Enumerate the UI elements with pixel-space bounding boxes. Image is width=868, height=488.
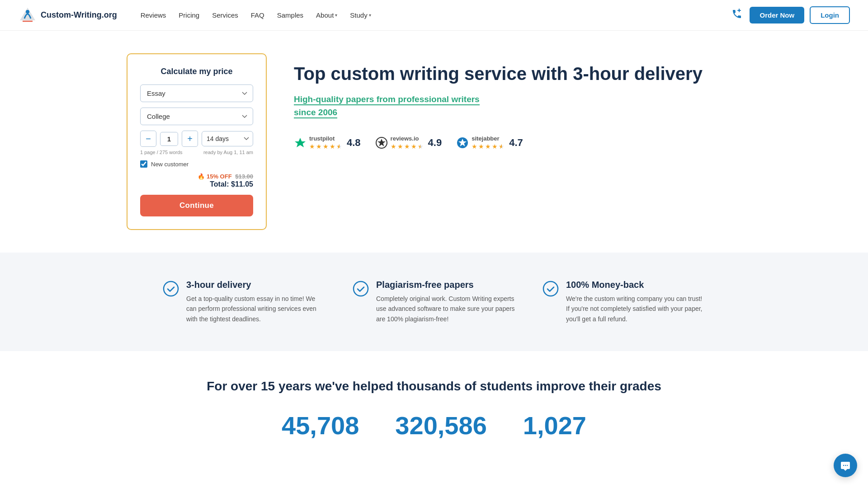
trustpilot-stars: ★ ★ ★ ★ ★★ [309,143,342,150]
quantity-decrease-button[interactable]: − [140,131,156,147]
feature-moneyback-content: 100% Money-back We're the custom writing… [566,280,705,324]
svg-marker-2 [295,138,306,147]
nav-services[interactable]: Services [207,8,244,23]
sitejabber-name: sitejabber [472,135,505,142]
feature-moneyback-desc: We're the custom writing company you can… [566,294,705,324]
reviewsio-logo: reviews.io ★ ★ ★ ★ ★★ [375,135,424,150]
hero-subtitle-text: High-quality papers from professional wr… [294,94,480,105]
stats-section: For over 15 years we've helped thousands… [0,351,868,451]
stat-number-3: 1,027 [523,413,586,438]
deadline-select[interactable]: 3 hours 6 hours 12 hours 1 day 2 days 3 … [202,131,253,146]
feature-delivery-title: 3-hour delivery [186,280,326,290]
calculator-widget: Calculate my price Essay Research Paper … [127,53,267,230]
trustpilot-logo: trustpilot ★ ★ ★ ★ ★★ [294,135,342,150]
new-customer-row: New customer [140,160,253,168]
calculator-title: Calculate my price [140,67,253,76]
feature-moneyback: 100% Money-back We're the custom writing… [542,280,705,324]
feature-plagiarism: Plagiarism-free papers Completely origin… [353,280,515,324]
reviewsio-rating: reviews.io ★ ★ ★ ★ ★★ 4.9 [375,135,442,150]
feature-delivery-desc: Get a top-quality custom essay in no tim… [186,294,326,324]
essay-type-select[interactable]: Essay Research Paper Coursework Term Pap… [140,84,253,102]
quantity-display: 1 [160,132,178,146]
navbar: Custom-Writing.org Reviews Pricing Servi… [0,0,868,31]
sitejabber-icon [456,136,469,149]
stat-number-2: 320,586 [395,413,486,438]
feature-delivery-content: 3-hour delivery Get a top-quality custom… [186,280,326,324]
trustpilot-rating: trustpilot ★ ★ ★ ★ ★★ 4.8 [294,135,361,150]
nav-samples[interactable]: Samples [272,8,309,23]
sitejabber-score: 4.7 [509,137,523,149]
sitejabber-rating: sitejabber ★ ★ ★ ★ ★★ 4.7 [456,135,523,150]
stat-item-2: 320,586 [395,413,486,438]
logo-link[interactable]: Custom-Writing.org [18,6,117,25]
hero-section: Calculate my price Essay Research Paper … [0,31,868,253]
hero-subtitle: High-quality papers from professional wr… [294,93,796,119]
feature-plagiarism-desc: Completely original work. Custom Writing… [376,294,515,324]
sitejabber-stars: ★ ★ ★ ★ ★★ [472,143,505,150]
nav-links: Reviews Pricing Services FAQ Samples Abo… [135,8,730,23]
trustpilot-icon [294,136,307,149]
nav-study[interactable]: Study ▾ [344,8,376,23]
reviewsio-stars: ★ ★ ★ ★ ★★ [391,143,424,150]
feature-moneyback-title: 100% Money-back [566,280,705,290]
sitejabber-logo: sitejabber ★ ★ ★ ★ ★★ [456,135,505,150]
delivery-check-icon [163,281,179,297]
login-button[interactable]: Login [810,6,850,24]
nav-about[interactable]: About ▾ [311,8,343,23]
order-now-button[interactable]: Order Now [750,7,804,23]
total-price: Total: $11.05 [210,180,253,188]
feature-delivery: 3-hour delivery Get a top-quality custom… [163,280,326,324]
new-customer-checkbox[interactable] [140,160,147,168]
quantity-increase-button[interactable]: + [182,131,198,147]
feature-plagiarism-content: Plagiarism-free papers Completely origin… [376,280,515,324]
reviewsio-icon [375,136,388,149]
feature-plagiarism-title: Plagiarism-free papers [376,280,515,290]
academic-level-select[interactable]: High School College University Master's … [140,108,253,125]
trustpilot-name: trustpilot [309,135,342,142]
calc-hints: 1 page / 275 words ready by Aug 1, 11 am [140,150,253,155]
svg-point-8 [354,282,368,296]
quantity-row: − 1 + 3 hours 6 hours 12 hours 1 day 2 d… [140,131,253,147]
hero-title: Top custom writing service with 3-hour d… [294,62,796,85]
page-hint: 1 page / 275 words [140,150,183,155]
reviewsio-score: 4.9 [428,137,442,149]
nav-faq[interactable]: FAQ [245,8,270,23]
reviewsio-name: reviews.io [391,135,424,142]
logo-text: Custom-Writing.org [41,10,117,20]
continue-button[interactable]: Continue [140,195,253,216]
hero-content: Top custom writing service with 3-hour d… [294,53,796,150]
moneyback-check-icon [542,281,559,297]
phone-icon [731,9,742,19]
new-customer-label[interactable]: New customer [151,161,189,168]
nav-reviews[interactable]: Reviews [135,8,172,23]
deadline-hint: ready by Aug 1, 11 am [203,150,253,155]
nav-actions: Order Now Login [730,6,850,24]
discount-badge: 🔥 15% OFF $13.00 [198,173,253,180]
trustpilot-score: 4.8 [347,137,361,149]
stat-number-1: 45,708 [282,413,359,438]
svg-point-7 [164,282,178,296]
since-text: since 2006 [294,108,337,118]
stats-numbers: 45,708 320,586 1,027 [54,413,814,438]
plagiarism-check-icon [353,281,369,297]
stat-item-3: 1,027 [523,413,586,438]
ratings-row: trustpilot ★ ★ ★ ★ ★★ 4.8 [294,135,796,150]
phone-button[interactable] [730,7,744,24]
svg-point-1 [26,10,29,14]
stat-item-1: 45,708 [282,413,359,438]
logo-icon [18,6,37,25]
pricing-display: 🔥 15% OFF $13.00 Total: $11.05 [140,172,253,188]
stats-title: For over 15 years we've helped thousands… [54,378,814,394]
fire-icon: 🔥 [198,173,205,180]
features-section: 3-hour delivery Get a top-quality custom… [0,253,868,351]
svg-point-9 [543,282,558,296]
nav-pricing[interactable]: Pricing [173,8,205,23]
old-price: $13.00 [235,173,253,180]
